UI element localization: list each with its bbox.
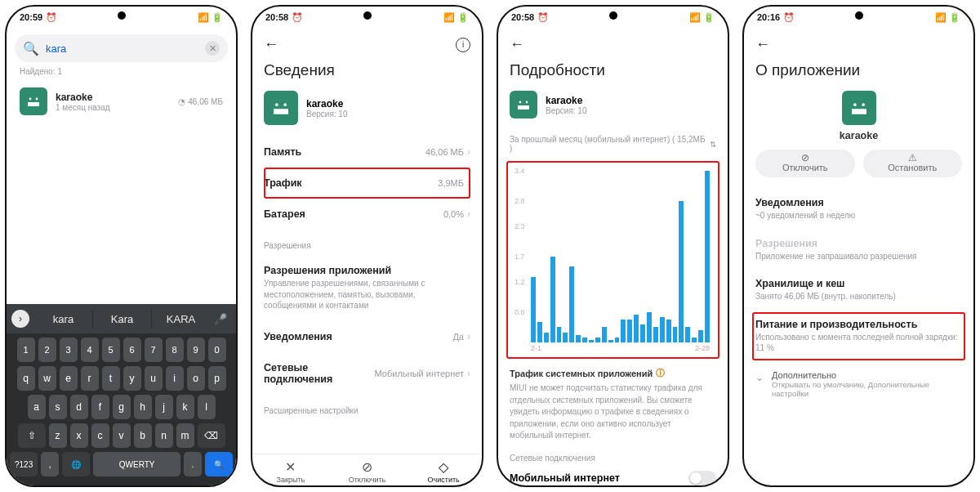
key-3[interactable]: 3 — [60, 338, 78, 362]
key-7[interactable]: 7 — [145, 338, 163, 362]
key-z[interactable]: z — [49, 423, 67, 448]
key-j[interactable]: j — [155, 395, 173, 419]
found-count: Найдено: 1 — [7, 65, 236, 83]
row-notifications[interactable]: Уведомления ~0 уведомлений в неделю — [755, 189, 962, 230]
back-icon[interactable]: ← — [755, 36, 773, 53]
key-o[interactable]: o — [187, 366, 205, 391]
key-a[interactable]: a — [28, 395, 46, 419]
keyboard: 1234567890 qwertyuiop asdfghjkl ⇧zxcvbnm… — [7, 333, 236, 485]
key-v[interactable]: v — [113, 423, 131, 448]
key-t[interactable]: t — [102, 366, 120, 391]
row-traffic[interactable]: Трафик 3,9МБ › — [264, 168, 470, 199]
row-battery[interactable]: Батарея 0,0% › — [264, 199, 470, 230]
key-d[interactable]: d — [70, 395, 88, 419]
app-icon — [510, 91, 537, 119]
key-search[interactable]: 🔍 — [205, 452, 233, 476]
battery-icon: 🔋 — [212, 12, 223, 23]
clear-icon[interactable]: ✕ — [205, 41, 220, 56]
chart-bar — [576, 335, 581, 342]
key-g[interactable]: g — [113, 395, 131, 419]
app-name: karaoke — [306, 98, 347, 110]
key-e[interactable]: e — [60, 366, 78, 391]
chart-bar — [647, 312, 652, 342]
key-0[interactable]: 0 — [208, 338, 226, 362]
key-w[interactable]: w — [38, 366, 56, 391]
key-l[interactable]: l — [198, 395, 216, 419]
row-more[interactable]: ⌄ Дополнительно Открывать по умолчанию, … — [744, 362, 973, 406]
row-storage[interactable]: Хранилище и кеш Занято 46,06 МБ (внутр. … — [755, 270, 962, 311]
key-dot[interactable]: . — [184, 452, 202, 476]
key-r[interactable]: r — [81, 366, 99, 391]
action-clear[interactable]: ◇Очистить — [405, 459, 482, 484]
key-k[interactable]: k — [176, 395, 194, 419]
stop-button[interactable]: ⚠ Остановить — [863, 150, 963, 177]
back-icon[interactable]: ← — [264, 36, 282, 53]
chevron-right-icon[interactable]: › — [11, 310, 29, 328]
key-s[interactable]: s — [49, 395, 67, 419]
suggestion[interactable]: Kara — [93, 310, 152, 329]
battery-icon: 🔋 — [703, 12, 715, 23]
chevron-right-icon: › — [467, 177, 470, 189]
y-tick: 3.4 — [514, 167, 525, 175]
mic-icon[interactable]: 🎤 — [210, 313, 231, 325]
disable-icon: ⊘ — [360, 459, 375, 474]
key-5[interactable]: 5 — [102, 338, 120, 362]
y-tick: 1.7 — [514, 253, 525, 261]
row-mobile-data[interactable]: Мобильный интернет — [510, 471, 716, 485]
key-y[interactable]: y — [123, 366, 141, 391]
chart-bar — [660, 317, 665, 342]
key-1[interactable]: 1 — [17, 338, 35, 362]
dropdown-icon: ⇅ — [710, 140, 716, 149]
key-lang[interactable]: 🌐 — [62, 452, 90, 476]
row-memory[interactable]: Память 46,06 МБ › — [264, 136, 470, 168]
row-network[interactable]: Сетевые подключения Мобильный интернет › — [264, 352, 470, 395]
key-p[interactable]: p — [208, 366, 226, 391]
key-9[interactable]: 9 — [187, 338, 205, 362]
search-result[interactable]: karaoke 1 месяц назад ◔ 46,06 МБ — [7, 83, 236, 120]
row-power[interactable]: Питание и производительность Использован… — [752, 312, 965, 360]
clock: 20:16 — [757, 12, 780, 22]
key-n[interactable]: n — [155, 423, 173, 448]
key-4[interactable]: 4 — [81, 338, 99, 362]
disable-button[interactable]: ⊘ Отключить — [755, 150, 855, 177]
alarm-icon: ⏰ — [537, 12, 549, 23]
back-icon[interactable]: ← — [510, 36, 528, 53]
alarm-icon: ⏰ — [292, 12, 303, 23]
key-i[interactable]: i — [166, 366, 184, 391]
key-2[interactable]: 2 — [38, 338, 56, 362]
suggestion[interactable]: kara — [34, 310, 93, 329]
key-space[interactable]: QWERTY — [93, 452, 180, 476]
row-app-permissions[interactable]: Разрешения приложений Управление разреше… — [264, 255, 470, 321]
page-title: Сведения — [252, 61, 482, 87]
action-disable[interactable]: ⊘Отключить — [329, 459, 406, 484]
chart-bar — [673, 327, 678, 342]
suggestion[interactable]: KARA — [152, 310, 210, 329]
search-box[interactable]: 🔍 ✕ — [15, 34, 228, 62]
key-comma[interactable]: , — [41, 452, 59, 476]
filter-dropdown[interactable]: За прошлый месяц (мобильный интернет) ( … — [498, 130, 728, 161]
row-notifications[interactable]: Уведомления Да › — [264, 321, 470, 352]
row-permissions: Разрешения Приложение не запрашивало раз… — [755, 230, 962, 271]
system-traffic-title: Трафик системных приложений — [510, 369, 653, 378]
key-8[interactable]: 8 — [166, 338, 184, 362]
info-icon[interactable]: i — [456, 38, 470, 52]
key-h[interactable]: h — [134, 395, 152, 419]
key-backspace[interactable]: ⌫ — [198, 423, 225, 448]
key-u[interactable]: u — [145, 366, 163, 391]
key-symbols[interactable]: ?123 — [10, 452, 38, 476]
app-name: karaoke — [546, 95, 586, 106]
toggle-switch[interactable] — [688, 471, 716, 485]
camera-notch — [118, 11, 126, 20]
key-6[interactable]: 6 — [123, 338, 141, 362]
key-b[interactable]: b — [134, 423, 152, 448]
key-x[interactable]: x — [70, 423, 88, 448]
key-c[interactable]: c — [91, 423, 109, 448]
clock: 20:58 — [265, 12, 288, 22]
search-input[interactable] — [46, 42, 198, 55]
action-close[interactable]: ✕Закрыть — [252, 459, 329, 484]
key-m[interactable]: m — [176, 423, 194, 448]
chart-bar — [589, 340, 594, 342]
key-q[interactable]: q — [17, 366, 35, 391]
key-shift[interactable]: ⇧ — [18, 423, 46, 448]
key-f[interactable]: f — [91, 395, 109, 419]
